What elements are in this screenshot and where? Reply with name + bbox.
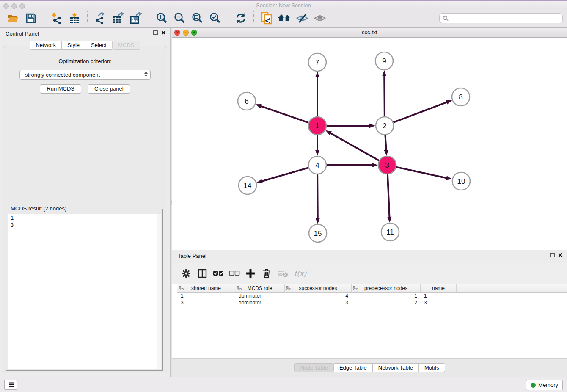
import-network-icon[interactable] [50,11,64,25]
graph-edge-2-8[interactable] [394,102,448,123]
node-table: shared name MCDS role successor nodes pr… [172,284,567,358]
column-type-icon [353,286,358,290]
table-column-headers: shared name MCDS role successor nodes pr… [177,284,567,293]
graph-edge-arrowhead [387,217,391,223]
graph-edge-3-10[interactable] [396,167,447,178]
main-toolbar [0,9,567,28]
zoom-in-icon[interactable] [154,11,169,25]
result-line: 1 [8,214,161,221]
tab-select[interactable]: Select [85,41,112,50]
tab-node-table[interactable]: Node Table [294,363,334,372]
save-session-icon[interactable] [24,11,38,25]
apply-function-icon[interactable]: f(x) [294,269,306,278]
refresh-icon[interactable] [234,11,248,25]
home-layout-icon[interactable] [277,11,292,25]
control-panel-title: Control Panel [6,30,39,37]
column-header-name[interactable]: name [421,284,457,292]
open-session-icon[interactable] [6,11,20,25]
memory-button[interactable]: Memory [526,380,563,390]
mcds-result-title: MCDS result (2 nodes) [9,205,68,212]
table-row[interactable]: 3 dominator 3 2 3 [177,299,567,306]
mcds-result-group: MCDS result (2 nodes) 1 3 [6,209,163,371]
cell-shared-name: 1 [177,293,235,299]
export-image-icon[interactable] [129,11,143,25]
export-network-icon[interactable] [93,11,107,25]
graph-node-label: 9 [382,57,386,65]
graph-edge-2-3[interactable] [385,135,386,151]
search-field[interactable] [439,13,563,23]
cell-mcds-role: dominator [235,293,285,299]
graph-edge-2-9[interactable] [384,75,385,116]
run-mcds-button[interactable]: Run MCDS [40,84,81,94]
mcds-result-list[interactable]: 1 3 [8,214,161,369]
column-header-predecessor-nodes[interactable]: predecessor nodes [352,284,421,292]
zoom-out-icon[interactable] [172,11,187,25]
close-panel-button[interactable]: Close panel [88,84,130,94]
tab-network[interactable]: Network [30,41,62,50]
graph-edge-4-14[interactable] [261,168,308,182]
import-table-icon[interactable] [67,11,82,25]
show-all-icon[interactable] [313,11,327,25]
cell-predecessor-nodes: 1 [352,293,421,299]
network-window-titlebar[interactable]: ✕ − + scc.txt [172,28,567,38]
graph-node-label: 2 [383,122,386,130]
graph-edge-arrowhead [316,218,320,224]
toolbar-separator [87,11,88,25]
zoom-selected-icon[interactable] [208,11,222,25]
window-title: Session: New Session [0,2,567,8]
table-settings-icon[interactable] [180,267,193,280]
table-row[interactable]: 1 dominator 4 1 1 [177,293,567,299]
table-panel-tabs: Node Table Edge Table Network Table Moti… [172,358,567,377]
control-panel: Control Panel Network Style Select MCDS … [0,28,171,377]
graph-edge-3-1[interactable] [330,133,379,160]
close-panel-icon[interactable] [161,30,166,35]
delete-columns-icon[interactable] [260,267,273,280]
mcds-panel-body: Optimization criterion: strongly connect… [3,46,167,373]
tab-style[interactable]: Style [62,41,85,50]
tab-edge-table[interactable]: Edge Table [334,363,373,372]
column-header-mcds-role[interactable]: MCDS role [235,284,285,292]
deselect-all-rows-icon[interactable] [228,267,241,280]
close-table-panel-icon[interactable] [558,253,563,257]
graph-edge-arrowhead [372,163,378,167]
add-column-icon[interactable] [244,267,257,280]
search-input[interactable] [451,15,559,22]
result-scrollbar[interactable] [157,214,161,369]
network-canvas[interactable]: 7968124314101511 [172,38,567,249]
tab-network-table[interactable]: Network Table [373,363,419,372]
memory-label: Memory [538,382,558,388]
column-header-shared-name[interactable]: shared name [177,284,235,292]
hide-selected-icon[interactable] [295,11,309,25]
memory-status-icon [531,383,536,388]
graph-node-label: 7 [315,58,319,66]
toolbar-separator [228,11,228,25]
graph-edge-4-15[interactable] [317,174,318,219]
toolbar-separator [149,11,149,25]
cell-name: 3 [421,300,457,306]
tab-mcds[interactable]: MCDS [112,41,140,50]
network-window-title: scc.txt [172,29,567,36]
graph-edge-arrowhead [382,70,386,76]
export-table-icon[interactable] [111,11,125,25]
cell-successor-nodes: 3 [285,300,352,306]
control-panel-tabs: Network Style Select MCDS [0,41,170,50]
delete-table-icon[interactable] [276,267,289,280]
table-panel: Table Panel f(x) [172,250,567,377]
toggle-columns-icon[interactable] [196,267,209,280]
new-network-from-selection-icon[interactable] [259,11,274,25]
tab-motifs[interactable]: Motifs [419,363,445,372]
graph-edge-1-6[interactable] [260,106,308,123]
graph-node-label: 11 [386,228,394,236]
table-toolbar: f(x) [172,263,567,284]
select-all-rows-icon[interactable] [212,267,225,280]
graph-node-label: 3 [385,161,389,169]
cell-predecessor-nodes: 2 [352,300,421,306]
float-panel-icon[interactable] [153,30,158,35]
zoom-fit-icon[interactable] [190,11,204,25]
criterion-select[interactable]: strongly connected component [19,70,151,80]
task-history-button[interactable] [4,380,17,390]
column-header-successor-nodes[interactable]: successor nodes [285,284,352,292]
network-graph[interactable]: 7968124314101511 [172,38,567,249]
float-table-panel-icon[interactable] [550,253,555,257]
graph-edge-3-11[interactable] [388,174,390,218]
